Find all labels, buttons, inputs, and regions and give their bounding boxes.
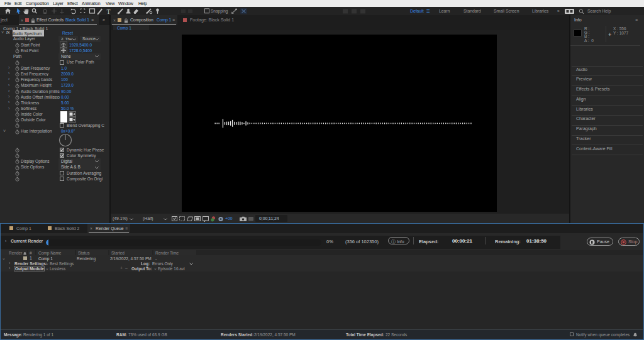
svg-text:T: T [107, 8, 111, 15]
